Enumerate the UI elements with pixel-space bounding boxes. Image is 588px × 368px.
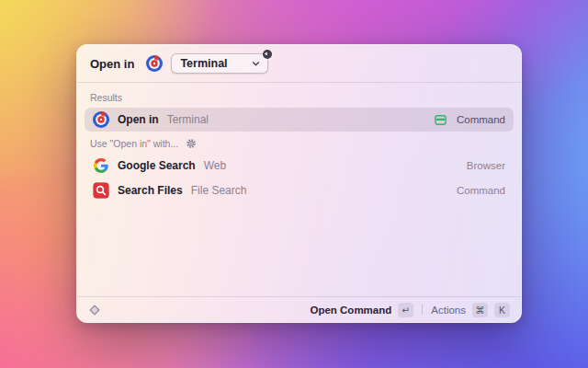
app-dropdown-value: Terminal (180, 57, 227, 70)
row-title: Open in (118, 113, 159, 126)
row-accessory: Command (457, 185, 505, 196)
footer-separator (422, 305, 423, 315)
raycast-logo-icon (88, 304, 101, 316)
app-dropdown[interactable]: Terminal (171, 53, 268, 74)
row-title: Google Search (118, 159, 196, 172)
use-with-section-text: Use "Open in" with... (90, 138, 178, 149)
file-search-icon (93, 182, 109, 199)
app-window-icon (434, 113, 447, 127)
footer-bar: Open Command ↵ Actions ⌘ K (77, 296, 521, 322)
row-accessory: Browser (467, 160, 505, 171)
desktop-background: { "header": { "label": "Open in", "dropd… (0, 0, 588, 368)
k-key: K (494, 303, 510, 317)
result-row-search-files[interactable]: Search Files File Search Command (85, 178, 514, 202)
open-in-extension-icon (146, 55, 163, 72)
cmd-key: ⌘ (472, 303, 488, 317)
command-header: Open in Terminal (77, 45, 521, 82)
results-section-label: Results (85, 86, 514, 108)
use-with-section-label: Use "Open in" with... (85, 132, 514, 154)
results-list: Results Open in Terminal (77, 83, 521, 207)
return-key: ↵ (398, 303, 413, 317)
gear-icon[interactable] (186, 138, 197, 149)
raycast-window: Open in Terminal Results (76, 44, 522, 323)
result-row-google-search[interactable]: Google Search Web Browser (85, 154, 514, 178)
dropdown-badge (263, 50, 272, 59)
row-subtitle: File Search (191, 184, 247, 197)
row-subtitle: Terminal (167, 113, 209, 126)
command-title: Open in (90, 57, 134, 71)
row-subtitle: Web (204, 159, 226, 172)
primary-action-label[interactable]: Open Command (310, 305, 391, 316)
open-in-extension-icon (93, 111, 109, 128)
actions-menu-label[interactable]: Actions (431, 305, 466, 316)
result-row-open-in[interactable]: Open in Terminal Command (85, 108, 514, 132)
results-section-text: Results (90, 92, 122, 103)
chevron-down-icon (252, 60, 260, 67)
row-title: Search Files (118, 184, 183, 197)
row-accessory: Command (457, 114, 505, 125)
google-icon (93, 157, 109, 174)
